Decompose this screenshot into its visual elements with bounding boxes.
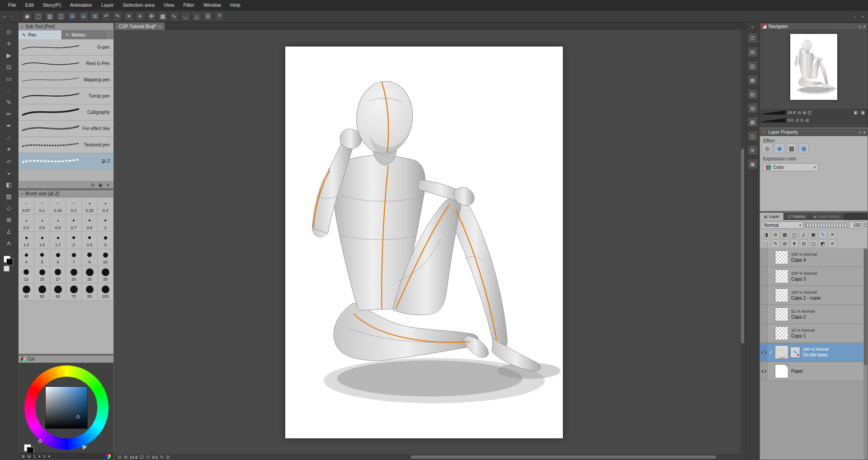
dock-quick-access-icon[interactable]: ☰ (747, 33, 758, 43)
opacity-slider[interactable] (805, 223, 847, 228)
checkbox-cell[interactable] (768, 362, 774, 380)
pen-tool[interactable]: ✎ (3, 97, 15, 108)
brush-size-cell[interactable]: 12 (19, 266, 34, 283)
brush-size-cell[interactable]: 6 (50, 249, 66, 266)
brush-size-cell[interactable]: 0.8 (82, 215, 98, 232)
brush-size-cell[interactable]: 1.2 (19, 232, 34, 249)
menu-item[interactable]: Story(P) (38, 0, 66, 10)
brush-size-cell[interactable]: 80 (82, 283, 98, 300)
navigator-titlebar[interactable]: Navigator ≡ ▾ (760, 23, 868, 30)
new-file-icon[interactable]: ▢ (33, 11, 43, 21)
checkbox-cell[interactable] (768, 286, 774, 305)
dock-sub-view-icon[interactable]: ◫ (747, 131, 758, 141)
reset-rotation-icon[interactable]: ⊘ (805, 118, 809, 123)
fill-tool[interactable]: ◧ (3, 179, 15, 190)
brush-size-cell[interactable]: 4 (19, 249, 34, 266)
ruler-range-icon[interactable]: ∠ (800, 230, 808, 239)
brush-size-cell[interactable]: 25 (82, 266, 98, 283)
help-icon[interactable]: ? (214, 11, 224, 21)
new-vector-layer-icon[interactable]: ✎ (771, 239, 779, 248)
draft-layer-icon[interactable]: ✎ (819, 230, 827, 239)
nav-fit-icon[interactable]: ⊡ (807, 110, 811, 115)
layer-row-papel[interactable]: Papel (760, 362, 868, 381)
brush-size-cell[interactable]: 0.07 (19, 197, 34, 215)
menu-item[interactable]: Animation (66, 0, 97, 10)
horizontal-scroll-thumb[interactable] (411, 455, 716, 459)
rotate-cw-icon[interactable]: ↻ (800, 118, 804, 123)
color-panel-titlebar[interactable]: Col (19, 356, 113, 363)
navigator-canvas-thumbnail[interactable] (790, 34, 837, 100)
menu-item[interactable]: View (159, 0, 179, 10)
dock-material-download-icon[interactable]: ▣ (747, 159, 758, 169)
brush-item-mapping-pen[interactable]: Mapping pen (19, 72, 113, 88)
csp-logo-icon[interactable]: ◉ (22, 11, 32, 21)
open-file-icon[interactable]: ▥ (45, 11, 55, 21)
undo-icon[interactable]: ↶ (101, 11, 111, 21)
brush-size-cell[interactable]: 0.7 (66, 215, 82, 232)
tab-layer[interactable]: ▤ Layer (760, 213, 784, 220)
mode-m-label[interactable]: M (28, 454, 31, 459)
line-width-icon[interactable]: ∿ (169, 11, 179, 21)
brush-size-cell[interactable]: 70 (66, 283, 82, 300)
brush-size-cell[interactable]: 1 (98, 215, 113, 232)
airbrush-tool[interactable]: ∴ (3, 132, 15, 143)
brush-size-cell[interactable]: 40 (19, 283, 34, 300)
caret-down-icon[interactable]: ▾ (38, 454, 41, 459)
lock-layer-icon[interactable]: ⊘ (771, 230, 779, 239)
menu-item[interactable]: Selection area (118, 0, 159, 10)
checkbox-cell[interactable] (768, 324, 774, 343)
document-tab[interactable]: CSP Tutorial Bruji* ▪ (115, 23, 165, 30)
layer-row-capa3[interactable]: 100 % NormalCapa 3 (760, 267, 868, 286)
enable-mask-icon[interactable]: ◫ (790, 230, 798, 239)
brush-item-turnip-pen[interactable]: Turnip pen (19, 88, 113, 104)
lasso-tool[interactable]: ◌ (3, 85, 15, 96)
delete-hidden-icon[interactable]: ✕ (828, 230, 836, 239)
opacity-spinner[interactable]: ▴ ▾ (864, 222, 866, 228)
brush-item-calligraphy[interactable]: Calligraphy (19, 104, 113, 121)
brush-tool[interactable]: ✒ (3, 120, 15, 131)
brush-size-cell[interactable]: 15 (34, 266, 50, 283)
checkbox-cell[interactable]: ✓ (768, 343, 774, 361)
color-sphere-icon[interactable] (106, 454, 111, 459)
dock-material-mono-icon[interactable]: ▥ (747, 61, 758, 71)
brush-size-cell[interactable]: 0.3 (98, 197, 113, 215)
eraser-tool[interactable]: ▱ (3, 155, 15, 166)
menu-item[interactable]: Filter (179, 0, 198, 10)
panel-caret-icon[interactable]: ▾ (863, 24, 865, 29)
pencil-tool[interactable]: ✏ (3, 108, 15, 119)
menu-item[interactable]: Layer (97, 0, 118, 10)
fit-to-window-icon[interactable]: ⊡ (140, 455, 143, 460)
dock-collapse-icon[interactable]: « (751, 24, 754, 29)
deselect-icon[interactable]: ✕ (124, 11, 134, 21)
clip-to-layer-icon[interactable]: ◨ (762, 230, 770, 239)
zoom-in-icon[interactable]: ⊕ (123, 455, 127, 460)
effect-layer-color-icon[interactable]: ▣ (799, 143, 809, 153)
delete-layer-icon[interactable]: ✕ (828, 239, 836, 248)
effect-border-on-icon[interactable]: ◉ (774, 143, 784, 153)
text-tool[interactable]: A (3, 238, 15, 249)
dock-material-pattern-icon[interactable]: ▩ (747, 117, 758, 127)
layer-row-on-the-knee[interactable]: ✓ ✎ ✕ 100 % NormalOn the knee (760, 343, 868, 362)
brush-item-effect-line[interactable]: For effect line (19, 121, 113, 137)
expression-color-dropdown[interactable]: Color ▾ (763, 163, 818, 171)
effect-tone-icon[interactable]: ▩ (787, 143, 797, 153)
rotate-ccw-icon[interactable]: ↺ (795, 118, 799, 123)
menu-item[interactable]: Help (226, 0, 245, 10)
frame-border-tool[interactable]: ⊞ (3, 214, 15, 225)
brush-size-cell[interactable]: 2.5 (82, 232, 98, 249)
panel-menu-icon[interactable]: ≡ (859, 24, 861, 29)
layer-stack-icon[interactable]: ☰ (203, 11, 213, 21)
brush-size-cell[interactable]: 50 (34, 283, 50, 300)
visibility-cell[interactable] (760, 267, 768, 286)
brush-size-cell[interactable]: 30 (98, 266, 113, 283)
flip-horizontal-icon[interactable]: ◧ (853, 110, 859, 115)
brush-size-cell[interactable]: 8 (82, 249, 98, 266)
brush-item-real-gpen[interactable]: Real G-Pen (19, 56, 113, 72)
hue-marker[interactable] (38, 439, 42, 443)
caret-down-icon-2[interactable]: ▾ (48, 454, 51, 459)
brush-size-cell[interactable]: 17 (50, 266, 66, 283)
snap-grid-icon[interactable]: ▦ (158, 11, 168, 21)
dock-material-manga-icon[interactable]: ▦ (747, 75, 758, 85)
layer-row-capa2-copia[interactable]: 100 % NormalCapa 2 - copia (760, 286, 868, 305)
visibility-cell[interactable] (760, 248, 768, 267)
